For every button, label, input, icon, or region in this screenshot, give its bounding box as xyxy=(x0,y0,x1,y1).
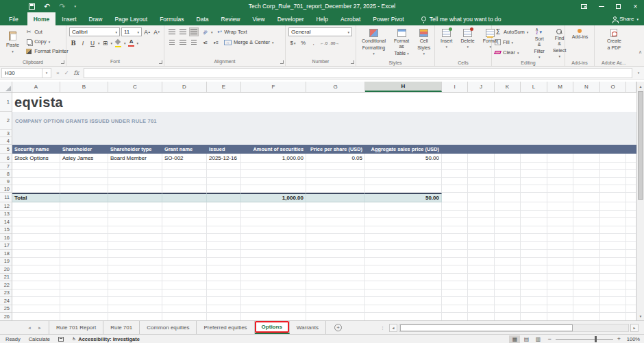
cell-D11[interactable] xyxy=(162,193,207,202)
align-middle-icon[interactable] xyxy=(178,27,188,36)
cell-O13[interactable] xyxy=(600,211,626,219)
cell-H16[interactable] xyxy=(365,234,442,242)
column-header-H[interactable]: H xyxy=(365,82,442,92)
cell-H14[interactable] xyxy=(365,218,442,226)
cell-A10[interactable] xyxy=(12,185,60,193)
cell-N14[interactable] xyxy=(573,218,600,226)
row-header-11[interactable]: 11 xyxy=(0,193,12,202)
cell-M22[interactable] xyxy=(547,281,573,289)
scrollbar-grip-icon[interactable]: ⋮ xyxy=(380,325,385,331)
cell-E18[interactable] xyxy=(207,250,241,258)
cell-N11[interactable] xyxy=(573,193,600,202)
cell-H10[interactable] xyxy=(365,185,442,193)
row-header-15[interactable]: 15 xyxy=(0,226,12,235)
cell-B19[interactable] xyxy=(60,258,108,266)
cell-N23[interactable] xyxy=(573,289,600,298)
cell-K23[interactable] xyxy=(495,289,521,298)
vertical-scrollbar-track[interactable] xyxy=(637,91,644,311)
cell-G21[interactable] xyxy=(306,274,365,282)
cell-B23[interactable] xyxy=(60,289,108,298)
cell-H22[interactable] xyxy=(365,281,442,289)
cell-B8[interactable] xyxy=(60,170,108,178)
cell-C13[interactable] xyxy=(108,211,162,219)
cell-M9[interactable] xyxy=(547,178,573,185)
cell-A25[interactable] xyxy=(12,305,60,314)
cell-J19[interactable] xyxy=(468,258,495,266)
cell-C7[interactable] xyxy=(108,163,162,170)
cell-K7[interactable] xyxy=(495,163,521,170)
cell-F20[interactable] xyxy=(241,265,306,274)
percent-format-icon[interactable]: % xyxy=(299,38,308,47)
cell-I5[interactable] xyxy=(442,145,468,154)
cell-K9[interactable] xyxy=(495,178,521,185)
scroll-up-icon[interactable]: ▲ xyxy=(637,82,644,91)
cell-O23[interactable] xyxy=(600,289,626,298)
cell-C22[interactable] xyxy=(108,281,162,289)
cell-P25[interactable] xyxy=(626,305,636,314)
cell-M24[interactable] xyxy=(547,297,573,305)
cell-E26[interactable] xyxy=(207,313,241,321)
cell-N13[interactable] xyxy=(573,211,600,219)
cell-B15[interactable] xyxy=(60,226,108,235)
cell-L23[interactable] xyxy=(521,289,547,298)
cell-P5[interactable] xyxy=(626,145,636,154)
cell-M19[interactable] xyxy=(547,258,573,266)
row-header-3[interactable]: 3 xyxy=(0,130,12,137)
cell-K24[interactable] xyxy=(495,297,521,305)
cell-P21[interactable] xyxy=(626,274,636,282)
cell-A16[interactable] xyxy=(12,234,60,242)
cell-J11[interactable] xyxy=(468,193,495,202)
cell-H26[interactable] xyxy=(365,313,442,321)
cell-D5[interactable]: Grant name xyxy=(162,145,207,154)
cell-O14[interactable] xyxy=(600,218,626,226)
cell-F9[interactable] xyxy=(241,178,306,185)
sheet-tab-rule-701-report[interactable]: Rule 701 Report xyxy=(49,321,103,334)
cell-G15[interactable] xyxy=(306,226,365,235)
row-header-9[interactable]: 9 xyxy=(0,178,12,185)
minimize-button[interactable] xyxy=(593,0,610,12)
cell-J10[interactable] xyxy=(468,185,495,193)
row-header-21[interactable]: 21 xyxy=(0,274,12,282)
cell-C20[interactable] xyxy=(108,265,162,274)
cell-C9[interactable] xyxy=(108,178,162,185)
cell-J22[interactable] xyxy=(468,281,495,289)
cell-D7[interactable] xyxy=(162,163,207,170)
cell-B11[interactable] xyxy=(60,193,108,202)
enter-icon[interactable]: ✓ xyxy=(64,70,69,76)
cell-I10[interactable] xyxy=(442,185,468,193)
align-right-icon[interactable] xyxy=(189,38,199,47)
cell-B22[interactable] xyxy=(60,281,108,289)
cell-O8[interactable] xyxy=(600,170,626,178)
cell-F24[interactable] xyxy=(241,297,306,305)
align-top-icon[interactable] xyxy=(167,27,177,36)
ribbon-tab-home[interactable]: Home xyxy=(27,12,56,25)
cell-J7[interactable] xyxy=(468,163,495,170)
cell-B17[interactable] xyxy=(60,242,108,250)
cell-M10[interactable] xyxy=(547,185,573,193)
cell-M8[interactable] xyxy=(547,170,573,178)
cell-N12[interactable] xyxy=(573,202,600,211)
cell-H6[interactable]: 50.00 xyxy=(365,154,442,163)
clear-button[interactable]: Clear▾ xyxy=(495,48,528,57)
cell-F12[interactable] xyxy=(241,202,306,211)
cell-F22[interactable] xyxy=(241,281,306,289)
cell-N6[interactable] xyxy=(573,154,600,163)
cell-J9[interactable] xyxy=(468,178,495,185)
cell-B14[interactable] xyxy=(60,218,108,226)
column-header-C[interactable]: C xyxy=(108,82,162,92)
wrap-text-button[interactable]: ↩Wrap Text xyxy=(218,27,247,36)
cell-I17[interactable] xyxy=(442,242,468,250)
row-header-7[interactable]: 7 xyxy=(0,163,12,170)
cell-I26[interactable] xyxy=(442,313,468,321)
decrease-indent-icon[interactable]: ◂≡ xyxy=(200,38,210,47)
cell-H19[interactable] xyxy=(365,258,442,266)
cell-J14[interactable] xyxy=(468,218,495,226)
cell-D20[interactable] xyxy=(162,265,207,274)
ribbon-tab-data[interactable]: Data xyxy=(190,12,215,25)
cell-G26[interactable] xyxy=(306,313,365,321)
cell-M23[interactable] xyxy=(547,289,573,298)
cell-P22[interactable] xyxy=(626,281,636,289)
cell-G23[interactable] xyxy=(306,289,365,298)
cell-N10[interactable] xyxy=(573,185,600,193)
cell-H20[interactable] xyxy=(365,265,442,274)
